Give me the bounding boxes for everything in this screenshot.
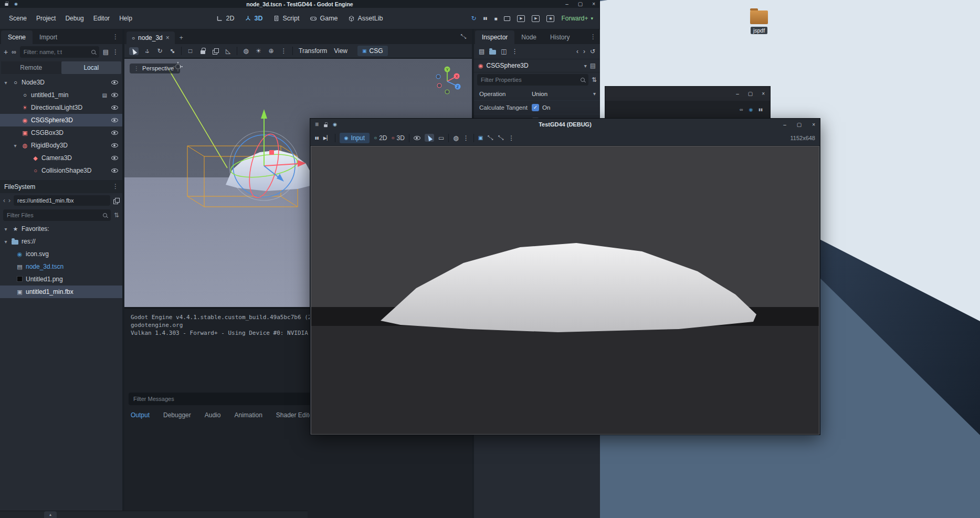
minimize-icon[interactable]: – (783, 122, 786, 128)
tab-shader-editor[interactable]: Shader Editor (276, 411, 314, 419)
close-icon[interactable]: × (166, 34, 170, 41)
pause-icon[interactable]: ▮▮ (483, 16, 488, 20)
tab-output[interactable]: Output (131, 411, 150, 419)
minimize-icon[interactable]: – (736, 91, 739, 97)
sort-files-icon[interactable]: ⇅ (114, 212, 119, 219)
folder-icon[interactable] (750, 10, 768, 24)
lock-icon[interactable] (199, 48, 207, 54)
visibility-eye-icon[interactable] (109, 118, 120, 122)
godot-icon[interactable]: ◉ (749, 107, 753, 112)
tree-node-csgsphere3d[interactable]: ◉ CSGSphere3D (0, 114, 122, 126)
tree-node-camera3d[interactable]: ◆ Camera3D (0, 152, 122, 164)
path-field[interactable]: res://untitled1_min.fbx (14, 195, 110, 206)
workspace-script[interactable]: Script (273, 15, 300, 22)
file-row-untitled1-min-fbx[interactable]: ▣ untitled1_min.fbx (0, 286, 122, 298)
load-resource-icon[interactable] (489, 50, 496, 55)
save-resource-icon[interactable]: ◫ (501, 48, 507, 55)
expand-bottom-panel-button[interactable]: ▴ (44, 511, 57, 518)
debug-3d-button[interactable]: ○ 3D (392, 134, 405, 142)
new-scene-tab-button[interactable]: + (175, 31, 188, 44)
local-button[interactable]: Local (61, 61, 122, 74)
more-options-icon[interactable]: ⋮ (508, 134, 514, 142)
tab-debugger[interactable]: Debugger (163, 411, 191, 419)
maximize-icon[interactable]: ▢ (797, 122, 802, 128)
remote-button[interactable]: Remote (1, 61, 61, 74)
file-filter-input[interactable]: Filter Files (3, 209, 111, 221)
renderer-dropdown[interactable]: Forward+ ▾ (561, 15, 593, 22)
visibility-eye-icon[interactable] (109, 105, 120, 110)
stop-icon[interactable]: ■ (494, 16, 497, 22)
scene-filter-input[interactable]: Filter: name, t:t (20, 46, 99, 58)
visibility-eye-icon[interactable] (414, 134, 420, 142)
window-titlebar[interactable]: ◉ node_3d.tscn - TestGD44 - Godot Engine… (0, 0, 599, 8)
select-tool-icon[interactable] (129, 47, 139, 55)
chevron-down-icon[interactable]: ▾ (2, 239, 9, 245)
history-back-icon[interactable]: ‹ (576, 48, 578, 55)
tree-node-rigidbody3d[interactable]: ▾ ◍ RigidBody3D (0, 139, 122, 152)
dock-menu-icon[interactable]: ⋮ (112, 33, 119, 40)
view-menu[interactable]: View (333, 47, 349, 55)
nav-back-icon[interactable]: ‹ (3, 197, 5, 204)
tree-node-untitled1-min[interactable]: ○ untitled1_min ▤ (0, 89, 122, 101)
attach-script-icon[interactable]: ▤ (103, 48, 109, 56)
group-icon[interactable] (212, 48, 219, 54)
tab-import[interactable]: Import (33, 30, 64, 44)
dock-menu-icon[interactable]: ⋮ (112, 183, 119, 190)
collision-shapes-icon[interactable]: ◍ (453, 134, 458, 142)
new-resource-icon[interactable]: ▤ (479, 48, 484, 55)
workspace-assetlib[interactable]: AssetLib (349, 15, 383, 22)
instance-scene-link-icon[interactable]: ∞ (12, 48, 16, 56)
visibility-eye-icon[interactable] (109, 143, 120, 147)
tree-node-node3d[interactable]: ▾ ○ Node3D (0, 76, 122, 89)
operation-dropdown[interactable]: Union ▾ (532, 91, 600, 97)
file-row-node3d-tscn[interactable]: ▤ node_3d.tscn (0, 260, 122, 273)
maximize-icon[interactable]: ▢ (748, 91, 753, 97)
preview-sun-icon[interactable]: ☀ (255, 47, 262, 55)
visibility-eye-icon[interactable] (109, 93, 120, 97)
ruler-icon[interactable]: ◺ (224, 47, 232, 55)
pause-icon[interactable]: ▮▮ (758, 108, 763, 112)
select-tool-icon[interactable] (425, 134, 434, 142)
workspace-2d[interactable]: 2D (217, 15, 235, 22)
res-root-row[interactable]: ▾ res:// (0, 235, 122, 248)
property-sort-icon[interactable]: ⇅ (592, 76, 597, 83)
camera-override-icon[interactable]: ▣ (478, 135, 483, 141)
game-viewport[interactable] (311, 146, 819, 435)
close-icon[interactable]: × (812, 122, 815, 128)
workspace-game[interactable]: Game (310, 15, 338, 22)
visibility-eye-icon[interactable] (109, 80, 120, 84)
minimize-icon[interactable]: – (565, 1, 568, 7)
tree-node-csgbox3d[interactable]: ▣ CSGBox3D (0, 126, 122, 139)
fit-window-icon[interactable]: ↖↘ (487, 135, 493, 141)
file-row-untitled1-png[interactable]: Untitled1.png (0, 273, 122, 286)
scene-tree-menu-icon[interactable]: ⋮ (112, 48, 119, 56)
next-frame-icon[interactable]: ▶▏ (323, 135, 331, 141)
remote-debug-icon[interactable] (504, 16, 510, 21)
menu-editor[interactable]: Editor (89, 12, 114, 25)
tab-audio[interactable]: Audio (205, 411, 221, 419)
split-view-icon[interactable] (113, 198, 119, 204)
play-custom-scene-icon[interactable]: ▶ (532, 15, 540, 22)
visibility-eye-icon[interactable] (109, 131, 120, 135)
snap-icon[interactable]: ◍ (242, 47, 250, 55)
scene-tab-node3d[interactable]: ○ node_3d × (127, 31, 175, 44)
debug-options-icon[interactable]: ⋮ (463, 134, 469, 142)
tree-node-directionallight3d[interactable]: ☀ DirectionalLight3D (0, 101, 122, 114)
menu-help[interactable]: Help (114, 12, 137, 25)
debug-2d-button[interactable]: ○ 2D (374, 134, 387, 142)
desktop-folder-jspdf[interactable]: jspdf (746, 10, 772, 34)
scale-tool-icon[interactable]: ↖↘ (168, 47, 176, 55)
tab-node[interactable]: Node (514, 30, 543, 44)
visibility-eye-icon[interactable] (109, 168, 120, 173)
replay-icon[interactable]: ↻ (471, 15, 477, 22)
menu-scene[interactable]: Scene (4, 12, 31, 25)
instanced-scene-icon[interactable]: ▤ (102, 92, 107, 98)
add-node-icon[interactable]: + (4, 48, 8, 56)
perspective-menu[interactable]: ⋮ Perspective (130, 64, 180, 73)
hamburger-menu-icon[interactable]: ≡ (315, 121, 319, 128)
play-scene-icon[interactable]: ▶ (517, 15, 525, 22)
chevron-down-icon[interactable]: ▾ (2, 80, 9, 86)
extra-options-icon[interactable]: ⋮ (280, 47, 288, 55)
tree-node-collisionshape3d[interactable]: ○ CollisionShape3D (0, 164, 122, 177)
tab-animation[interactable]: Animation (234, 411, 262, 419)
